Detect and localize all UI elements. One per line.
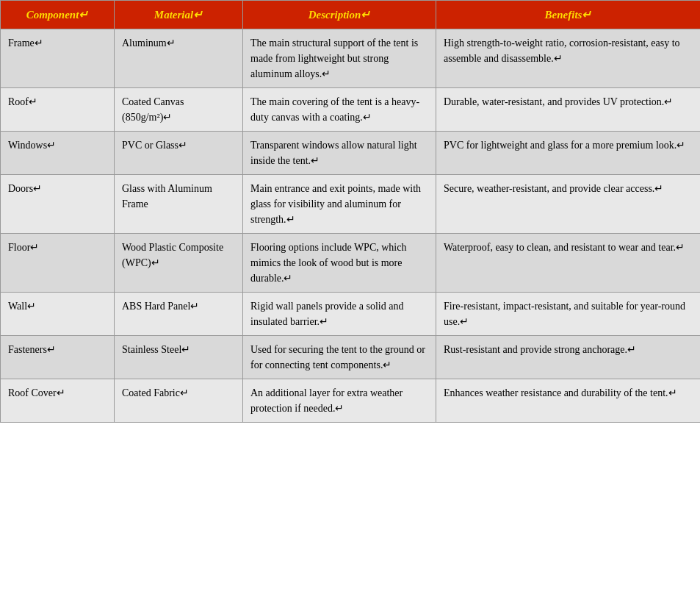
cell-component: Roof Cover↵ [1,379,115,423]
cell-component: Floor↵ [1,234,115,293]
header-component: Component↵ [1,1,115,29]
table-row: Wall↵ABS Hard Panel↵Rigid wall panels pr… [1,293,701,336]
table-row: Fasteners↵Stainless Steel↵Used for secur… [1,336,701,379]
cell-material: Wood Plastic Composite (WPC)↵ [115,234,243,293]
cell-description: The main covering of the tent is a heavy… [243,88,436,132]
cell-component: Frame↵ [1,29,115,88]
cell-component: Roof↵ [1,88,115,132]
header-description: Description↵ [243,1,436,29]
cell-description: Main entrance and exit points, made with… [243,175,436,234]
table-row: Doors↵Glass with Aluminum FrameMain entr… [1,175,701,234]
cell-description: The main structural support of the tent … [243,29,436,88]
header-material: Material↵ [115,1,243,29]
cell-benefits: Enhances weather resistance and durabili… [436,379,701,423]
cell-description: Rigid wall panels provide a solid and in… [243,293,436,336]
cell-description: Flooring options include WPC, which mimi… [243,234,436,293]
cell-component: Fasteners↵ [1,336,115,379]
cell-description: Transparent windows allow natural light … [243,132,436,175]
cell-benefits: Secure, weather-resistant, and provide c… [436,175,701,234]
cell-benefits: Rust-resistant and provide strong anchor… [436,336,701,379]
cell-benefits: Fire-resistant, impact-resistant, and su… [436,293,701,336]
table-row: Frame↵Aluminum↵The main structural suppo… [1,29,701,88]
cell-component: Wall↵ [1,293,115,336]
cell-benefits: PVC for lightweight and glass for a more… [436,132,701,175]
cell-benefits: Durable, water-resistant, and provides U… [436,88,701,132]
table-row: Roof Cover↵Coated Fabric↵An additional l… [1,379,701,423]
cell-benefits: High strength-to-weight ratio, corrosion… [436,29,701,88]
cell-description: An additional layer for extra weather pr… [243,379,436,423]
table-row: Windows↵PVC or Glass↵Transparent windows… [1,132,701,175]
table-row: Roof↵Coated Canvas (850g/m²)↵The main co… [1,88,701,132]
cell-material: Coated Canvas (850g/m²)↵ [115,88,243,132]
cell-material: Stainless Steel↵ [115,336,243,379]
cell-component: Windows↵ [1,132,115,175]
table-row: Floor↵Wood Plastic Composite (WPC)↵Floor… [1,234,701,293]
cell-component: Doors↵ [1,175,115,234]
cell-material: Aluminum↵ [115,29,243,88]
cell-material: PVC or Glass↵ [115,132,243,175]
cell-material: ABS Hard Panel↵ [115,293,243,336]
cell-material: Glass with Aluminum Frame [115,175,243,234]
header-benefits: Benefits↵ [436,1,701,29]
cell-benefits: Waterproof, easy to clean, and resistant… [436,234,701,293]
cell-description: Used for securing the tent to the ground… [243,336,436,379]
cell-material: Coated Fabric↵ [115,379,243,423]
